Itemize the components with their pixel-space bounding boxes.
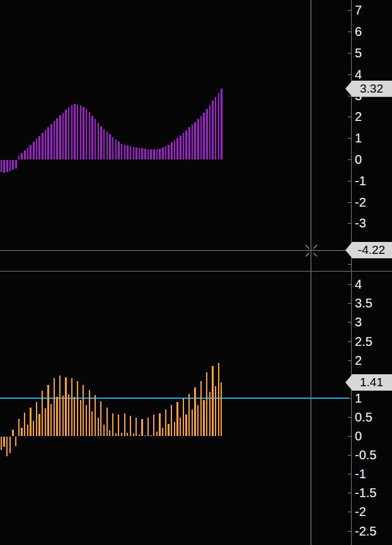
histogram-bar bbox=[3, 437, 4, 447]
axis-tick-label: -2 bbox=[355, 196, 366, 209]
histogram-bar bbox=[15, 160, 17, 168]
histogram-bar bbox=[47, 127, 49, 159]
histogram-bar bbox=[141, 148, 143, 159]
histogram-bar bbox=[71, 378, 72, 436]
histogram-bar bbox=[194, 122, 196, 159]
crosshair-marker-icon bbox=[301, 241, 321, 261]
histogram-bar bbox=[171, 142, 173, 159]
axis-tick-label: -1 bbox=[355, 175, 366, 187]
histogram-bar bbox=[159, 149, 161, 159]
histogram-bar bbox=[21, 153, 23, 159]
histogram-bar bbox=[1, 160, 3, 172]
histogram-bar bbox=[91, 411, 93, 436]
histogram-bar bbox=[212, 366, 213, 436]
histogram-bar bbox=[165, 410, 166, 436]
histogram-bar bbox=[150, 435, 151, 436]
histogram-bar bbox=[59, 376, 61, 436]
histogram-bar bbox=[100, 127, 102, 159]
histogram-bar bbox=[89, 390, 90, 436]
histogram-bar bbox=[171, 405, 172, 436]
histogram-bar bbox=[141, 419, 142, 436]
histogram-bar bbox=[50, 404, 52, 436]
histogram-bar bbox=[203, 113, 205, 159]
histogram-bar bbox=[83, 385, 84, 436]
pane-lower[interactable] bbox=[0, 272, 351, 545]
histogram-bar bbox=[21, 428, 22, 436]
histogram-bar bbox=[183, 133, 185, 159]
histogram-bar bbox=[144, 435, 146, 436]
histogram-bar bbox=[130, 146, 132, 159]
histogram-bar bbox=[42, 133, 43, 159]
histogram-bar bbox=[50, 124, 52, 159]
histogram-bar bbox=[6, 437, 8, 456]
histogram-bar bbox=[192, 410, 193, 436]
histogram-bar bbox=[33, 142, 35, 159]
histogram-bar bbox=[209, 392, 210, 436]
axis-tick-label: 7 bbox=[355, 4, 362, 16]
last-value-tag-lower: 1.41 bbox=[345, 374, 392, 391]
histogram-bar bbox=[147, 418, 149, 436]
histogram-bar bbox=[68, 394, 69, 436]
crosshair-horizontal-line bbox=[0, 250, 351, 251]
histogram-bar bbox=[18, 419, 20, 436]
crosshair-value: -4.22 bbox=[358, 243, 385, 257]
histogram-bar bbox=[98, 418, 99, 436]
histogram-bar bbox=[62, 113, 64, 159]
axis-tick-label: 1 bbox=[355, 132, 362, 144]
histogram-bar bbox=[121, 144, 123, 159]
histogram-bar bbox=[27, 147, 29, 159]
histogram-bar bbox=[9, 160, 11, 171]
last-value-upper: 3.32 bbox=[360, 82, 383, 96]
histogram-bar bbox=[12, 430, 13, 436]
pane-upper[interactable] bbox=[0, 0, 351, 271]
histogram-bar bbox=[135, 418, 137, 436]
histogram-bar bbox=[42, 391, 43, 436]
histogram-bar bbox=[218, 93, 220, 159]
histogram-bar bbox=[36, 139, 38, 159]
histogram-bar bbox=[168, 424, 169, 436]
histogram-bar bbox=[124, 145, 126, 159]
histogram-bar bbox=[56, 118, 58, 159]
histogram-bar bbox=[135, 147, 137, 159]
histogram-bar bbox=[65, 377, 66, 436]
histogram-bar bbox=[62, 396, 64, 436]
axis-tick-label: -1.5 bbox=[355, 486, 376, 499]
histogram-bar bbox=[215, 97, 217, 159]
histogram-bar bbox=[45, 408, 46, 436]
histogram-bar bbox=[77, 105, 79, 159]
histogram-bar bbox=[74, 397, 75, 436]
axis-tick-label: 2 bbox=[355, 354, 362, 367]
histogram-bar bbox=[9, 437, 11, 453]
histogram-bar bbox=[176, 402, 178, 436]
pane-separator[interactable] bbox=[0, 271, 392, 272]
histogram-bar bbox=[139, 148, 141, 159]
histogram-bar bbox=[24, 413, 25, 436]
histogram-bar bbox=[221, 382, 222, 436]
histogram-bar bbox=[24, 151, 26, 159]
axis-tick-label: 4 bbox=[355, 278, 362, 290]
histogram-bar bbox=[80, 105, 82, 159]
histogram-bar bbox=[6, 160, 8, 172]
histogram-bar bbox=[197, 405, 199, 436]
axis-tick-label: 1 bbox=[355, 392, 362, 404]
histogram-bar bbox=[36, 402, 37, 436]
histogram-bar bbox=[188, 394, 190, 436]
histogram-bar bbox=[65, 110, 67, 159]
histogram-bar bbox=[168, 145, 170, 159]
axis-tick-label: 6 bbox=[355, 25, 362, 38]
histogram-bar bbox=[115, 433, 117, 436]
histogram-bar bbox=[221, 89, 222, 159]
histogram-bar bbox=[188, 127, 190, 159]
histogram-bar bbox=[95, 395, 96, 436]
axis-tick-label: 3.5 bbox=[355, 297, 372, 309]
histogram-bar bbox=[45, 130, 47, 159]
last-value-lower: 1.41 bbox=[360, 376, 383, 389]
histogram-bar bbox=[133, 147, 135, 159]
histogram-bar bbox=[174, 422, 175, 436]
histogram-bar bbox=[147, 149, 149, 159]
histogram-bar bbox=[127, 146, 129, 159]
histogram-bar bbox=[112, 413, 113, 436]
histogram-bar bbox=[153, 415, 154, 436]
histogram-bar bbox=[200, 116, 202, 159]
histogram-bar bbox=[139, 435, 140, 436]
